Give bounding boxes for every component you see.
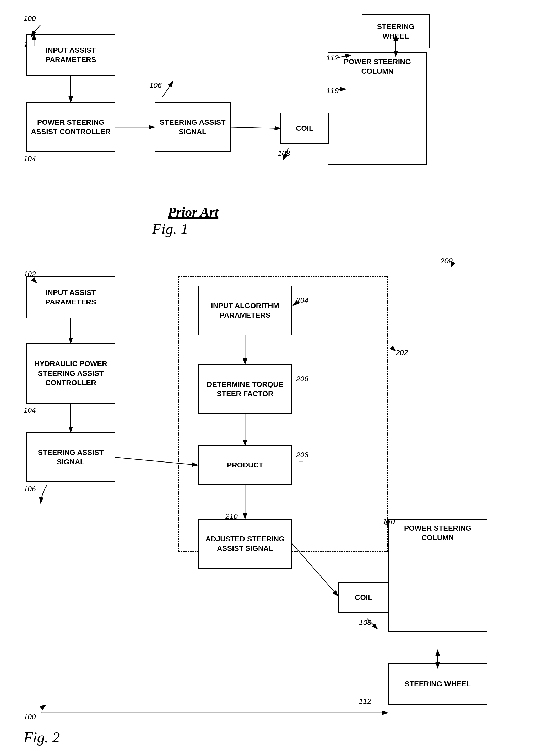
ref-100-fig2: 100 <box>23 713 36 721</box>
steering-wheel-box-fig1: STEERING WHEEL <box>362 15 430 49</box>
svg-line-15 <box>292 544 338 596</box>
ref-206-fig2: 206 <box>296 375 309 383</box>
coil-box-fig2: COIL <box>338 582 389 613</box>
power-steering-assist-box-fig1: POWER STEERING ASSIST CONTROLLER <box>26 102 115 152</box>
product-box: PRODUCT <box>198 446 292 485</box>
coil-box-fig1: COIL <box>280 113 329 144</box>
ref-112-fig1: 112 <box>326 54 339 62</box>
determine-torque-box: DETERMINE TORQUE STEER FACTOR <box>198 364 292 414</box>
ref-202-fig2: 202 <box>396 348 408 357</box>
fig2-label: Fig. 2 <box>23 729 60 746</box>
fig1-label: Fig. 1 <box>152 220 188 238</box>
ref-208-fig2: 208 <box>296 451 309 459</box>
input-algorithm-box: INPUT ALGORITHM PARAMETERS <box>198 286 292 336</box>
steering-wheel-box-fig2: STEERING WHEEL <box>388 663 487 705</box>
ref-108-fig1: 108 <box>278 149 290 158</box>
ref-210-fig2: 210 <box>226 512 238 521</box>
power-steering-column-box-fig2: POWER STEERING COLUMN <box>388 519 487 631</box>
ref-204-fig2: 204 <box>296 296 309 304</box>
diagram-container: 100 102 INPUT ASSIST PARAMETERS POWER ST… <box>0 0 537 756</box>
adjusted-steering-box: ADJUSTED STEERING ASSIST SIGNAL <box>198 519 292 569</box>
ref-104-fig1: 104 <box>23 155 36 163</box>
svg-line-4 <box>230 127 280 128</box>
ref-200-fig2: 200 <box>440 257 453 265</box>
input-assist-box-fig1: INPUT ASSIST PARAMETERS <box>26 34 115 76</box>
ref-108-fig2: 108 <box>359 618 371 627</box>
input-assist-box-fig2: INPUT ASSIST PARAMETERS <box>26 276 115 318</box>
steering-assist-signal-box-fig1: STEERING ASSIST SIGNAL <box>155 102 230 152</box>
ref-110-fig1: 110 <box>326 87 339 95</box>
hydraulic-controller-box: HYDRAULIC POWER STEERING ASSIST CONTROLL… <box>26 343 115 404</box>
power-steering-column-box-fig1: POWER STEERING COLUMN <box>328 53 427 165</box>
ref-106-fig1: 106 <box>149 81 162 90</box>
ref-100-fig1: 100 <box>23 15 36 23</box>
ref-104-fig2: 104 <box>23 406 36 415</box>
ref-112-fig2: 112 <box>359 697 371 705</box>
prior-art-label: Prior Art <box>168 204 218 220</box>
ref-110-fig2: 110 <box>383 518 395 526</box>
steering-assist-signal-box-fig2: STEERING ASSIST SIGNAL <box>26 432 115 482</box>
ref-106-fig2: 106 <box>23 485 36 493</box>
